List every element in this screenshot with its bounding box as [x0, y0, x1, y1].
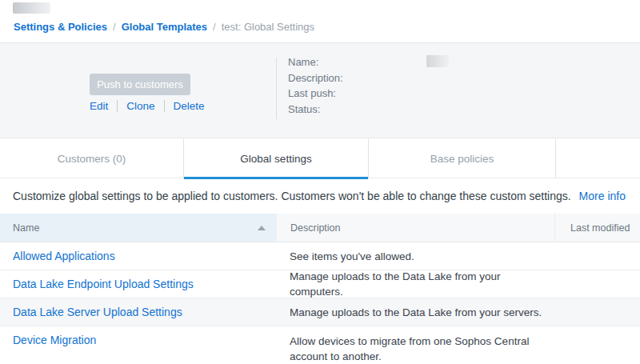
setting-description-cell: Allow devices to migrate from one Sophos…	[276, 326, 554, 364]
setting-last-modified-cell	[554, 270, 640, 298]
table-header-row: Name Description Last modified	[0, 214, 640, 242]
tab-base-policies[interactable]: Base policies	[369, 139, 556, 178]
global-template-page: Settings & Policies/Global Templates/tes…	[0, 0, 640, 364]
table-row: Allowed Applications See items you've al…	[0, 242, 640, 270]
setting-last-modified-cell	[554, 242, 640, 270]
template-action-links: Edit Clone Delete	[90, 100, 205, 112]
device-migration-link[interactable]: Device Migration	[13, 334, 96, 346]
column-header-name[interactable]: Name	[0, 214, 276, 242]
field-status: Status:	[288, 101, 343, 117]
allowed-applications-link[interactable]: Allowed Applications	[13, 250, 115, 262]
column-header-last-modified[interactable]: Last modified	[554, 214, 640, 242]
info-text: Customize global settings to be applied …	[13, 190, 571, 202]
template-summary-panel: Push to customers Edit Clone Delete Name…	[0, 42, 640, 138]
template-details: Name: Description: Last push: Status:	[288, 54, 343, 116]
breadcrumb-settings-policies[interactable]: Settings & Policies	[14, 21, 107, 33]
action-divider	[164, 100, 165, 112]
column-header-description[interactable]: Description	[276, 214, 554, 242]
tab-global-settings-label: Global settings	[240, 153, 311, 165]
tab-global-settings[interactable]: Global settings	[184, 139, 369, 178]
setting-last-modified-cell	[554, 298, 640, 326]
global-settings-table: Name Description Last modified Allowed A…	[0, 214, 640, 364]
field-name: Name:	[288, 54, 343, 70]
table-row: Data Lake Endpoint Upload Settings Manag…	[0, 270, 640, 298]
tab-base-policies-label: Base policies	[430, 153, 494, 165]
setting-name-cell: Data Lake Server Upload Settings	[0, 298, 276, 326]
clone-link[interactable]: Clone	[126, 100, 154, 112]
setting-name-cell: Device Migration	[0, 326, 276, 364]
action-divider	[117, 100, 118, 112]
breadcrumb-separator: /	[213, 21, 216, 33]
status-label: Status:	[288, 103, 320, 115]
more-info-link[interactable]: More info	[579, 190, 626, 202]
edit-link[interactable]: Edit	[90, 100, 108, 112]
data-lake-server-upload-link[interactable]: Data Lake Server Upload Settings	[13, 306, 182, 318]
sort-ascending-icon	[258, 226, 266, 230]
delete-link[interactable]: Delete	[174, 100, 205, 112]
data-lake-endpoint-upload-link[interactable]: Data Lake Endpoint Upload Settings	[13, 278, 194, 290]
global-settings-info: Customize global settings to be applied …	[13, 178, 629, 214]
table-row: Device Migration Allow devices to migrat…	[0, 326, 640, 364]
last-push-label: Last push:	[288, 87, 336, 99]
redacted-name-value	[426, 55, 449, 67]
name-column-label: Name	[13, 222, 39, 234]
setting-description-cell: Manage uploads to the Data Lake from you…	[276, 298, 554, 326]
push-to-customers-button[interactable]: Push to customers	[90, 74, 190, 95]
tab-bar: Customers (0) Global settings Base polic…	[0, 139, 640, 178]
setting-name-cell: Data Lake Endpoint Upload Settings	[0, 270, 276, 298]
last-modified-column-label: Last modified	[570, 222, 630, 234]
description-label: Description:	[288, 72, 343, 84]
breadcrumb: Settings & Policies/Global Templates/tes…	[14, 21, 314, 33]
table-row: Data Lake Server Upload Settings Manage …	[0, 298, 640, 326]
setting-description-cell: See items you've allowed.	[276, 242, 554, 270]
setting-description-cell: Manage uploads to the Data Lake from you…	[276, 270, 554, 298]
setting-name-cell: Allowed Applications	[0, 242, 276, 270]
name-label: Name:	[288, 56, 318, 68]
breadcrumb-current-page: test: Global Settings	[222, 21, 314, 33]
field-description: Description:	[288, 70, 343, 86]
panel-vertical-divider	[276, 58, 277, 119]
redacted-account-name	[13, 2, 50, 14]
tab-customers-label: Customers (0)	[58, 153, 126, 165]
field-last-push: Last push:	[288, 85, 343, 101]
breadcrumb-global-templates[interactable]: Global Templates	[122, 21, 207, 33]
setting-last-modified-cell	[554, 326, 640, 364]
breadcrumb-separator: /	[113, 21, 116, 33]
description-column-label: Description	[290, 222, 341, 234]
tab-customers[interactable]: Customers (0)	[0, 139, 184, 178]
